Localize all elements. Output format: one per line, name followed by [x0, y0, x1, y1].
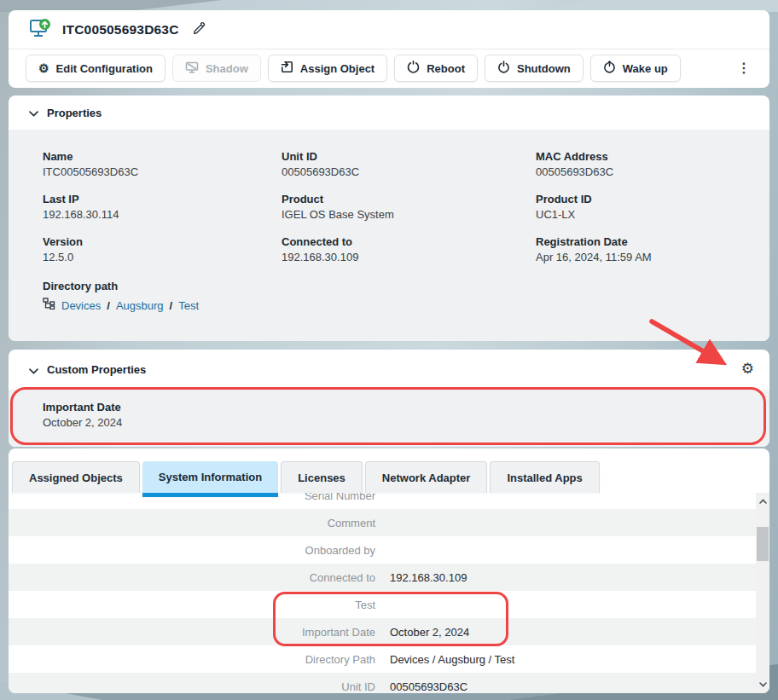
- reboot-label: Reboot: [427, 62, 465, 75]
- scroll-down-arrow[interactable]: [756, 678, 769, 691]
- tab-assigned-objects[interactable]: Assigned Objects: [12, 461, 140, 493]
- power-icon: [497, 61, 510, 76]
- tab-installed-apps[interactable]: Installed Apps: [490, 461, 599, 493]
- edit-configuration-button[interactable]: ⚙ Edit Configuration: [26, 55, 165, 82]
- directory-path-field: Directory path Devices / Augsburg / Test: [43, 280, 752, 313]
- path-separator: /: [170, 299, 173, 312]
- reboot-icon: [407, 61, 420, 76]
- kebab-menu-icon: ⋮: [737, 61, 751, 75]
- edit-configuration-label: Edit Configuration: [56, 62, 153, 75]
- detail-tabs: Assigned Objects System Information Lice…: [12, 461, 600, 497]
- custom-properties-title: Custom Properties: [47, 363, 146, 376]
- tab-licenses[interactable]: Licenses: [281, 461, 363, 493]
- table-row: Connected to192.168.30.109: [9, 564, 769, 591]
- table-row: Directory PathDevices / Augsburg / Test: [9, 645, 769, 673]
- wake-up-label: Wake up: [623, 62, 668, 75]
- assign-object-icon: [281, 61, 293, 76]
- scrollbar-thumb[interactable]: [757, 527, 769, 561]
- shadow-button[interactable]: Shadow: [172, 55, 261, 82]
- custom-properties-card: Custom Properties ⚙ Important Date Octob…: [9, 350, 769, 447]
- tab-network-adapter[interactable]: Network Adapter: [365, 461, 488, 493]
- details-table-card: Assigned Objects System Information Lice…: [9, 448, 769, 693]
- property-field: Version12.5.0: [43, 235, 282, 263]
- directory-tree-icon: [43, 298, 55, 313]
- properties-title: Properties: [47, 107, 102, 119]
- property-field: NameITC00505693D63C: [43, 150, 282, 178]
- page-title: ITC00505693D63C: [62, 22, 179, 38]
- device-header-card: ITC00505693D63C ⚙ Edit Configuration: [9, 10, 769, 88]
- table-row: Unit ID00505693D63C: [9, 673, 769, 693]
- more-actions-button[interactable]: ⋮: [735, 60, 752, 77]
- property-field: Unit ID00505693D63C: [282, 150, 536, 178]
- table-row: Test: [9, 591, 769, 618]
- table-row: Important DateOctober 2, 2024: [9, 618, 769, 645]
- system-information-table: Serial Number Comment Onboarded by Conne…: [9, 493, 769, 693]
- pencil-icon: [193, 22, 206, 38]
- shutdown-button[interactable]: Shutdown: [485, 55, 584, 82]
- property-field: ProductIGEL OS Base System: [282, 193, 536, 221]
- custom-properties-section-header[interactable]: Custom Properties: [9, 350, 769, 390]
- reboot-button[interactable]: Reboot: [394, 55, 478, 82]
- assign-object-label: Assign Object: [300, 62, 374, 75]
- property-field: Connected to192.168.30.109: [282, 235, 536, 263]
- assign-object-button[interactable]: Assign Object: [268, 55, 387, 82]
- table-row: Onboarded by: [9, 536, 769, 564]
- gear-icon: ⚙: [38, 62, 49, 74]
- shutdown-label: Shutdown: [517, 62, 571, 75]
- vertical-scrollbar[interactable]: [756, 493, 769, 693]
- path-separator: /: [107, 299, 110, 312]
- custom-property-field: Important Date October 2, 2024: [43, 401, 752, 429]
- title-row: ITC00505693D63C: [9, 10, 769, 49]
- custom-properties-body: Important Date October 2, 2024: [9, 390, 769, 447]
- scroll-up-arrow[interactable]: [756, 495, 769, 508]
- rename-device-button[interactable]: [191, 20, 207, 39]
- shadow-label: Shadow: [206, 62, 248, 75]
- property-field: MAC Address00505693D63C: [536, 150, 752, 178]
- property-field: Product IDUC1-LX: [536, 193, 752, 221]
- custom-properties-settings-button[interactable]: ⚙: [740, 360, 756, 378]
- tab-system-information[interactable]: System Information: [142, 461, 278, 497]
- directory-path-link-augsburg[interactable]: Augsburg: [116, 299, 164, 312]
- directory-path-link-devices[interactable]: Devices: [61, 299, 101, 312]
- shadow-monitor-icon: [185, 61, 199, 76]
- gear-icon: ⚙: [741, 362, 754, 376]
- toolbar: ⚙ Edit Configuration Shadow Assi: [9, 49, 769, 87]
- property-field: Registration DateApr 16, 2024, 11:59 AM: [536, 235, 752, 263]
- table-row: Serial Number: [9, 493, 769, 509]
- wake-up-button[interactable]: Wake up: [590, 55, 681, 82]
- chevron-down-icon: [29, 362, 38, 378]
- properties-body: NameITC00505693D63C Unit ID00505693D63C …: [9, 130, 769, 341]
- directory-path-link-test[interactable]: Test: [178, 299, 199, 312]
- device-icon: [29, 18, 52, 42]
- properties-section-header[interactable]: Properties: [9, 95, 769, 130]
- wake-up-power-icon: [603, 61, 616, 76]
- chevron-down-icon: [29, 105, 38, 120]
- properties-card: Properties NameITC00505693D63C Unit ID00…: [9, 95, 769, 341]
- table-row: Comment: [9, 509, 769, 536]
- property-field: Last IP192.168.30.114: [43, 193, 282, 221]
